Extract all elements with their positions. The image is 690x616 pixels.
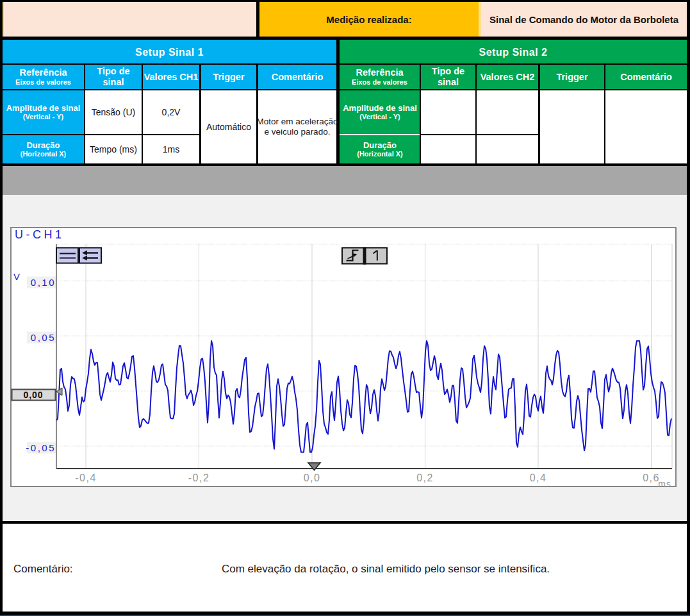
svg-text:V: V: [13, 271, 20, 282]
svg-text:U-CH1: U-CH1: [15, 228, 65, 241]
svg-text:0,05: 0,05: [31, 332, 56, 343]
svg-text:0,0: 0,0: [304, 472, 321, 483]
svg-text:0,6: 0,6: [643, 472, 660, 483]
svg-text:0,10: 0,10: [31, 277, 56, 288]
svg-text:-0,05: -0,05: [26, 442, 56, 453]
svg-text:-0,4: -0,4: [75, 472, 97, 483]
svg-text:ms: ms: [658, 479, 671, 489]
svg-text:0,2: 0,2: [416, 472, 434, 483]
svg-text:-0,2: -0,2: [188, 472, 210, 483]
svg-text:0,00: 0,00: [23, 390, 43, 400]
svg-text:0,4: 0,4: [530, 472, 547, 483]
